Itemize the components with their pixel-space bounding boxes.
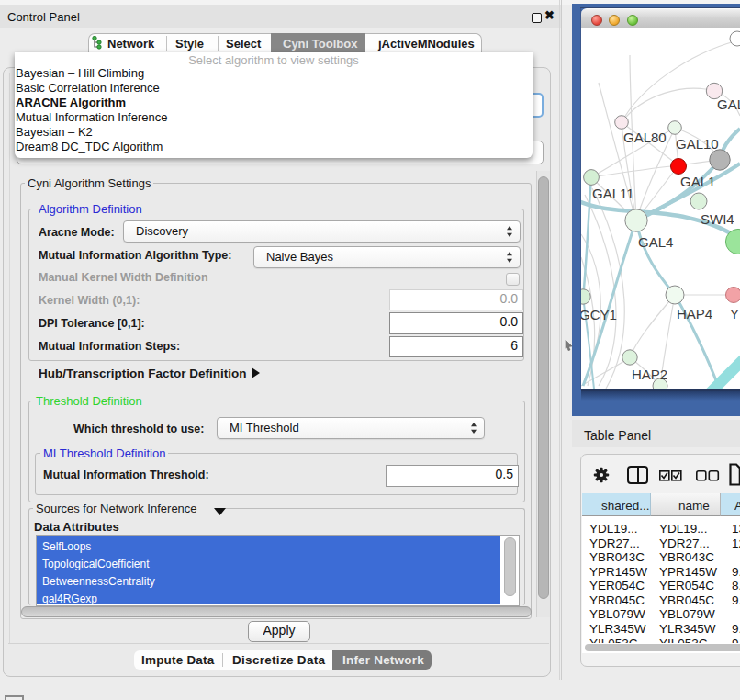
svg-text:HAP2: HAP2 bbox=[632, 367, 667, 382]
svg-text:GAL10: GAL10 bbox=[676, 136, 719, 152]
svg-text:GAL1: GAL1 bbox=[680, 174, 715, 189]
svg-text:HAP4: HAP4 bbox=[677, 306, 712, 322]
svg-text:GAL4: GAL4 bbox=[638, 234, 673, 250]
svg-text:GAL7: GAL7 bbox=[717, 96, 740, 112]
svg-text:SWI4: SWI4 bbox=[701, 211, 734, 227]
svg-text:GAL80: GAL80 bbox=[623, 130, 667, 145]
svg-text:GAL11: GAL11 bbox=[592, 186, 634, 201]
svg-text:GCY1: GCY1 bbox=[581, 307, 617, 322]
svg-text:Y: Y bbox=[730, 306, 739, 322]
